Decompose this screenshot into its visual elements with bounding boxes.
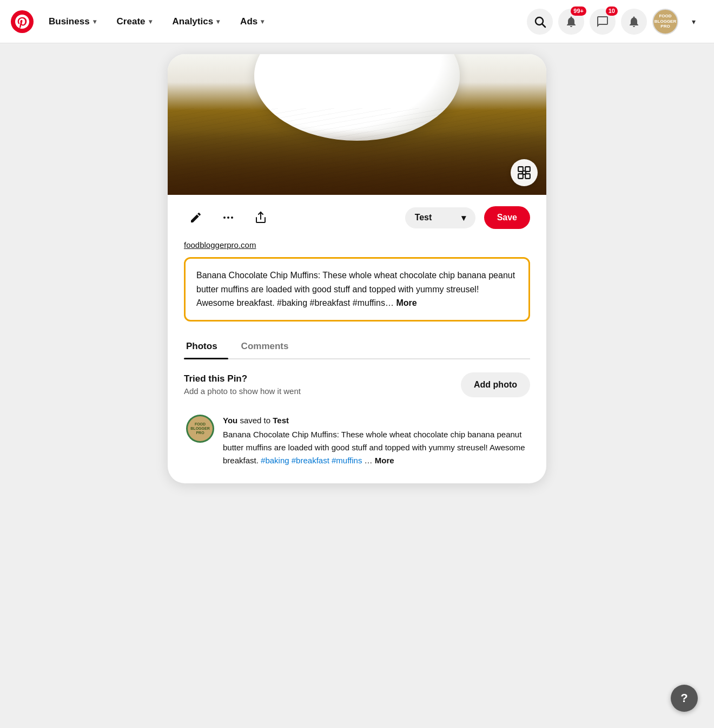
svg-point-9 [231, 217, 233, 219]
messages-badge: 10 [606, 6, 618, 16]
try-title: Tried this Pin? [184, 373, 301, 384]
nav-analytics-label: Analytics [173, 16, 214, 27]
svg-line-1 [543, 24, 545, 27]
pin-image [168, 54, 546, 195]
nav-ads[interactable]: Ads ▾ [233, 11, 272, 32]
saved-comment: FOODBLOGGERPRO You saved to Test Banana … [184, 415, 530, 467]
tabs-bar: Photos Comments [184, 335, 530, 359]
saved-more-link[interactable]: More [375, 456, 394, 465]
tab-comments[interactable]: Comments [239, 335, 300, 358]
pin-details: Test ▾ Save foodbloggerpro.com Banana Ch… [168, 195, 546, 483]
ads-chevron-icon: ▾ [261, 18, 264, 25]
svg-rect-3 [525, 167, 530, 172]
try-pin-section: Tried this Pin? Add a photo to show how … [184, 372, 530, 397]
analytics-chevron-icon: ▾ [216, 18, 220, 25]
user-avatar[interactable]: FOODBLOGGERPRO [652, 9, 678, 35]
notifications-button[interactable]: 99+ [558, 9, 584, 35]
notifications-badge: 99+ [571, 6, 586, 16]
try-text: Tried this Pin? Add a photo to show how … [184, 373, 301, 396]
pinterest-logo[interactable] [11, 10, 34, 33]
hashtag3[interactable]: #muffins [332, 456, 362, 465]
nav-create[interactable]: Create ▾ [109, 11, 160, 32]
messages-button[interactable]: 10 [590, 9, 616, 35]
svg-rect-2 [518, 167, 523, 172]
svg-point-8 [227, 217, 229, 219]
add-photo-button[interactable]: Add photo [461, 372, 530, 397]
comment-description: Banana Chocolate Chip Muffins: These who… [223, 428, 528, 467]
profile-menu-button[interactable]: ▾ [684, 12, 703, 31]
edit-button[interactable] [184, 206, 208, 229]
comment-body: You saved to Test Banana Chocolate Chip … [223, 415, 528, 467]
nav-business-label: Business [49, 16, 90, 27]
main-content: Test ▾ Save foodbloggerpro.com Banana Ch… [0, 43, 714, 494]
hashtag1[interactable]: #baking [261, 456, 289, 465]
alerts-button[interactable] [621, 9, 647, 35]
description-box: Banana Chocolate Chip Muffins: These who… [184, 257, 530, 322]
share-button[interactable] [249, 206, 273, 229]
visual-search-button[interactable] [511, 159, 538, 186]
saved-to-prefix: saved to [240, 416, 270, 425]
comment-username: You [223, 416, 237, 425]
comment-user-line: You saved to Test [223, 415, 528, 426]
svg-point-7 [223, 217, 226, 219]
description-more-link[interactable]: More [396, 298, 416, 307]
svg-point-6 [523, 171, 526, 175]
nav-business[interactable]: Business ▾ [41, 11, 104, 32]
commenter-avatar[interactable]: FOODBLOGGERPRO [186, 415, 214, 443]
nav-create-label: Create [117, 16, 146, 27]
board-chevron-icon: ▾ [461, 213, 466, 223]
hashtag2[interactable]: #breakfast [292, 456, 329, 465]
search-button[interactable] [527, 9, 553, 35]
profile-chevron-icon: ▾ [692, 17, 696, 26]
board-name: Test [415, 213, 432, 222]
action-bar: Test ▾ Save [184, 206, 530, 229]
svg-rect-5 [525, 174, 530, 179]
tab-photos[interactable]: Photos [184, 335, 228, 358]
svg-rect-4 [518, 174, 523, 179]
board-selector[interactable]: Test ▾ [405, 207, 475, 228]
more-options-button[interactable] [216, 206, 240, 229]
navbar: Business ▾ Create ▾ Analytics ▾ Ads ▾ 99… [0, 0, 714, 43]
pin-container: Test ▾ Save foodbloggerpro.com Banana Ch… [168, 54, 546, 483]
save-button[interactable]: Save [484, 206, 530, 229]
nav-ads-label: Ads [240, 16, 257, 27]
source-link[interactable]: foodbloggerpro.com [184, 240, 530, 250]
business-chevron-icon: ▾ [93, 18, 96, 25]
description-text: Banana Chocolate Chip Muffins: These who… [196, 268, 518, 310]
help-button[interactable]: ? [671, 685, 698, 712]
try-subtitle: Add a photo to show how it went [184, 386, 301, 396]
create-chevron-icon: ▾ [149, 18, 152, 25]
saved-board-name: Test [273, 416, 289, 425]
avatar-label: FOODBLOGGERPRO [188, 416, 213, 441]
nav-analytics[interactable]: Analytics ▾ [165, 11, 228, 32]
svg-point-0 [536, 17, 543, 25]
